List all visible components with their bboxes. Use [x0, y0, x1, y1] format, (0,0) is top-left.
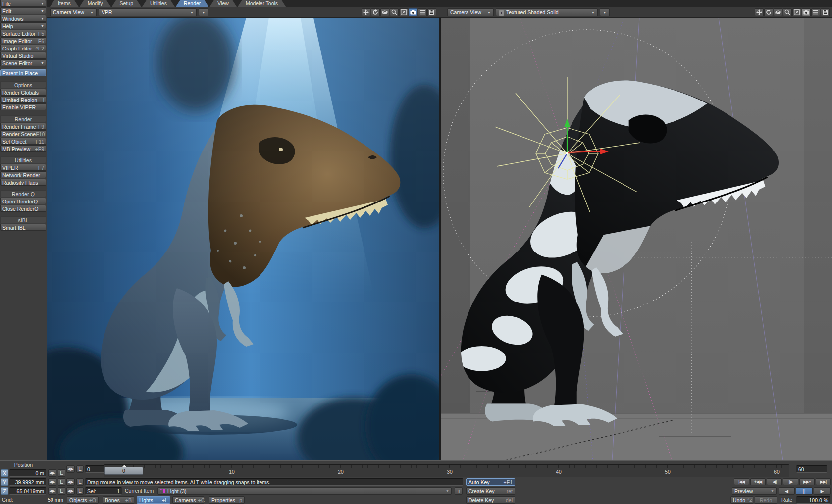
z-position-field[interactable]: -65.0419mm — [9, 487, 46, 495]
render-frame-button[interactable]: Render FrameF9 — [0, 123, 46, 130]
sel-object-button[interactable]: Sel ObjectF11 — [0, 138, 46, 145]
menu-edit[interactable]: Edit — [0, 7, 46, 14]
tab-modify[interactable]: Modify — [80, 0, 111, 7]
menu-file[interactable]: File — [0, 0, 46, 7]
previous-key-button[interactable]: +◀◀ — [750, 478, 766, 485]
orbit-icon[interactable] — [380, 8, 389, 16]
surface-editor-button[interactable]: Surface EditorF5 — [0, 30, 46, 37]
options-section-header: Options — [0, 81, 46, 88]
right-viewport-options-dropdown[interactable]: ▼ — [600, 8, 610, 16]
message-jog[interactable]: ◀▶ — [66, 478, 75, 486]
current-item-label: Current Item — [125, 487, 154, 495]
open-renderq-button[interactable]: Open RenderQ — [0, 198, 46, 204]
tab-items[interactable]: Items — [50, 0, 79, 7]
right-viewport-canvas[interactable] — [441, 18, 832, 460]
virtual-studio-button[interactable]: Virtual Studio — [0, 52, 46, 59]
frame-jog[interactable]: ◀▶ — [66, 465, 75, 473]
limited-region-button[interactable]: Limited Regionl — [0, 96, 46, 103]
x-axis-toggle[interactable]: X — [1, 469, 8, 477]
frame-slider-handle[interactable]: 0 — [104, 467, 143, 475]
left-viewport-options-dropdown[interactable]: ▼ — [199, 8, 208, 16]
z-spinner[interactable]: ◀▶ — [48, 487, 56, 495]
go-to-start-button[interactable]: |◀◀ — [734, 478, 749, 485]
save-icon[interactable] — [821, 8, 830, 16]
rate-field[interactable]: 100.0 % — [796, 496, 830, 504]
properties-button[interactable]: Propertiesp — [209, 496, 245, 504]
cameras-mode-button[interactable]: Cameras+C — [172, 496, 204, 504]
message-envelope-button[interactable]: E — [76, 478, 84, 486]
z-axis-toggle[interactable]: Z — [1, 487, 8, 495]
left-render-mode-dropdown[interactable]: VPR▼ — [99, 8, 197, 16]
mb-preview-button[interactable]: MB Preview+F9 — [0, 145, 46, 152]
enable-viper-button[interactable]: Enable VIPER — [0, 103, 46, 110]
zoom-icon[interactable] — [783, 8, 792, 16]
step-forward-button[interactable]: ||▶ — [783, 478, 798, 485]
camera-icon[interactable] — [802, 8, 811, 16]
left-viewport-canvas[interactable] — [47, 18, 439, 460]
image-editor-button[interactable]: Image EditorF6 — [0, 37, 46, 44]
z-envelope-button[interactable]: E — [58, 487, 65, 495]
tab-setup[interactable]: Setup — [112, 0, 141, 7]
selection-jog[interactable]: ◀▶ — [66, 487, 75, 495]
render-scene-button[interactable]: Render SceneF10 — [0, 130, 46, 137]
render-globals-button[interactable]: Render Globals — [0, 89, 46, 96]
undo-button[interactable]: Undo^Z — [730, 496, 753, 504]
timeline-ruler[interactable]: 10 20 30 40 50 60 0 — [104, 464, 789, 477]
x-envelope-button[interactable]: E — [58, 469, 65, 477]
tab-utilities[interactable]: Utilities — [142, 0, 175, 7]
redo-button[interactable]: Redo — [755, 496, 777, 504]
create-key-button[interactable]: Create Keyret — [466, 487, 515, 495]
viper-button[interactable]: VIPERF7 — [0, 164, 46, 171]
lights-mode-button[interactable]: Lights+L — [137, 496, 170, 504]
tab-modeler-tools[interactable]: Modeler Tools — [238, 0, 286, 7]
objects-mode-button[interactable]: Objects+O — [67, 496, 99, 504]
right-render-mode-dropdown[interactable]: TTextured Shaded Solid ▼ — [496, 8, 598, 16]
menu-help[interactable]: Help — [0, 22, 46, 29]
left-view-type-dropdown[interactable]: Camera View▼ — [50, 8, 97, 16]
frame-envelope-button[interactable]: E — [76, 465, 84, 473]
rotate-icon[interactable] — [764, 8, 773, 16]
move-icon[interactable] — [362, 8, 370, 16]
play-reverse-button[interactable]: ◀ — [779, 487, 795, 495]
smart-ibl-button[interactable]: Smart IBL — [0, 224, 46, 231]
radiosity-flags-button[interactable]: Radiosity Flags — [0, 179, 46, 186]
save-icon[interactable] — [427, 8, 436, 16]
tab-view[interactable]: View — [209, 0, 237, 7]
y-envelope-button[interactable]: E — [58, 478, 65, 486]
item-list-button[interactable]: ▯ — [455, 487, 463, 495]
y-position-field[interactable]: 39.9992 mm — [9, 478, 46, 486]
zoom-icon[interactable] — [390, 8, 399, 16]
preview-dropdown[interactable]: Preview▼ — [732, 487, 777, 495]
go-to-end-button[interactable]: ▶▶| — [816, 478, 831, 485]
bones-mode-button[interactable]: Bones+B — [103, 496, 134, 504]
y-spinner[interactable]: ◀▶ — [48, 478, 56, 486]
right-view-type-dropdown[interactable]: Camera View▼ — [447, 8, 494, 16]
next-key-button[interactable]: ▶▶+ — [799, 478, 815, 485]
menu-icon[interactable] — [418, 8, 427, 16]
selection-envelope-button[interactable]: E — [76, 487, 84, 495]
auto-key-button[interactable]: Auto Key+F1 — [466, 478, 515, 486]
pause-button[interactable]: || — [796, 487, 813, 495]
scene-editor-menu[interactable]: Scene Editor — [0, 59, 46, 66]
x-position-field[interactable]: 0 m — [9, 469, 46, 477]
end-frame-field[interactable]: 60 — [796, 465, 827, 473]
expand-icon[interactable] — [792, 8, 801, 16]
parent-in-place-button[interactable]: Parent in Place — [0, 69, 46, 76]
x-spinner[interactable]: ◀▶ — [48, 469, 56, 477]
current-item-dropdown[interactable]: Light (3) ▼ — [157, 487, 452, 495]
play-button[interactable]: ▶ — [814, 487, 831, 495]
close-renderq-button[interactable]: Close RenderQ — [0, 205, 46, 212]
step-back-button[interactable]: ◀|| — [767, 478, 782, 485]
orbit-icon[interactable] — [774, 8, 782, 16]
rotate-icon[interactable] — [371, 8, 380, 16]
tab-render[interactable]: Render — [176, 0, 208, 7]
network-render-button[interactable]: Network Render — [0, 171, 46, 178]
camera-icon[interactable] — [409, 8, 417, 16]
y-axis-toggle[interactable]: Y — [1, 478, 8, 486]
expand-icon[interactable] — [399, 8, 408, 16]
delete-key-button[interactable]: Delete Keydel — [466, 496, 515, 504]
graph-editor-button[interactable]: Graph Editor^F2 — [0, 45, 46, 51]
move-icon[interactable] — [755, 8, 764, 16]
menu-icon[interactable] — [811, 8, 820, 16]
menu-windows[interactable]: Windows — [0, 15, 46, 22]
